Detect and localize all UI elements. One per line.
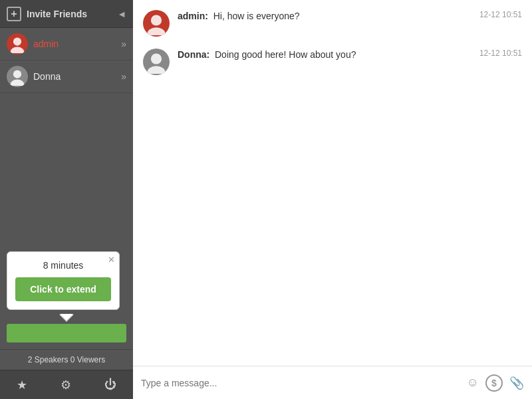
- msg-text-admin: admin: Hi, how is everyone?: [178, 11, 300, 21]
- chevron-right-icon-admin: »: [121, 39, 126, 49]
- tooltip-arrow-inner: [60, 314, 73, 321]
- tooltip-close-button[interactable]: ✕: [108, 255, 115, 265]
- main-chat: 12-12 10:51 admin: Hi, how is everyone? …: [133, 0, 532, 399]
- svg-point-2: [13, 70, 21, 78]
- svg-point-3: [11, 79, 25, 86]
- star-icon[interactable]: ★: [17, 378, 27, 392]
- power-icon[interactable]: ⏻: [104, 378, 116, 392]
- chat-messages: 12-12 10:51 admin: Hi, how is everyone? …: [133, 0, 532, 366]
- sidebar: + Invite Friends ◄ admin »: [0, 0, 133, 399]
- msg-avatar-donna: [143, 49, 170, 75]
- add-invite-button[interactable]: +: [7, 7, 21, 21]
- sidebar-bottom: ✕ 8 minutes Click to extend: [0, 245, 133, 349]
- extend-tooltip: ✕ 8 minutes Click to extend: [7, 251, 120, 310]
- speakers-viewers-text: 2 Speakers 0 Viewers: [28, 355, 106, 364]
- svg-point-7: [148, 66, 166, 74]
- sidebar-header-left: + Invite Friends: [7, 7, 87, 21]
- msg-content-donna: 12-12 10:51 Donna: Doing good here! How …: [178, 49, 522, 62]
- msg-content-admin: 12-12 10:51 admin: Hi, how is everyone?: [178, 10, 522, 23]
- msg-avatar-admin: [143, 10, 170, 37]
- user-item-admin-left: admin: [7, 33, 59, 55]
- chevron-right-icon-donna: »: [121, 71, 126, 82]
- user-item-admin[interactable]: admin »: [0, 28, 133, 61]
- extend-button[interactable]: Click to extend: [15, 277, 111, 301]
- collapse-sidebar-button[interactable]: ◄: [117, 9, 126, 19]
- sidebar-toolbar: ★ ⚙ ⏻: [0, 370, 133, 399]
- message-row-donna: 12-12 10:51 Donna: Doing good here! How …: [143, 49, 522, 75]
- emoji-icon[interactable]: ☺: [467, 376, 479, 390]
- sidebar-header: + Invite Friends ◄: [0, 0, 133, 28]
- svg-point-5: [148, 27, 166, 35]
- dollar-icon[interactable]: $: [485, 374, 503, 392]
- settings-icon[interactable]: ⚙: [61, 378, 71, 392]
- msg-timestamp-admin: 12-12 10:51: [479, 10, 522, 19]
- green-bar[interactable]: [7, 324, 126, 342]
- sidebar-title: Invite Friends: [27, 9, 87, 19]
- message-row-admin: 12-12 10:51 admin: Hi, how is everyone?: [143, 10, 522, 37]
- msg-timestamp-donna: 12-12 10:51: [479, 49, 522, 58]
- username-admin: admin: [33, 39, 59, 49]
- attach-icon[interactable]: 📎: [509, 376, 524, 390]
- chat-input[interactable]: [141, 378, 460, 388]
- user-item-donna[interactable]: Donna »: [0, 61, 133, 93]
- user-list: admin » Donna »: [0, 28, 133, 245]
- user-item-donna-left: Donna: [7, 66, 61, 87]
- msg-sender-admin: admin:: [178, 11, 208, 21]
- msg-sender-donna: Donna:: [178, 49, 209, 60]
- add-icon: +: [11, 8, 17, 20]
- msg-text-donna: Donna: Doing good here! How about you?: [178, 49, 356, 60]
- svg-point-0: [13, 37, 21, 45]
- tooltip-minutes: 8 minutes: [15, 260, 111, 271]
- svg-point-4: [151, 15, 162, 25]
- speakers-viewers-bar: 2 Speakers 0 Viewers: [0, 349, 133, 370]
- svg-point-1: [11, 47, 25, 53]
- username-donna: Donna: [33, 71, 61, 82]
- avatar-admin: [7, 33, 28, 55]
- avatar-donna: [7, 66, 28, 87]
- chat-input-bar: ☺ $ 📎: [133, 366, 532, 399]
- tooltip-arrow: [7, 314, 126, 321]
- svg-point-6: [151, 53, 162, 64]
